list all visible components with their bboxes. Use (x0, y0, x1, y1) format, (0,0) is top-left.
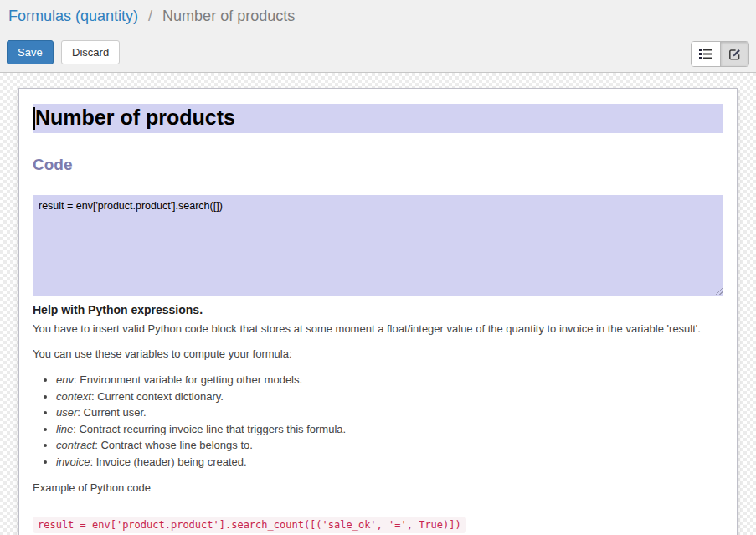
save-button[interactable]: Save (7, 40, 54, 64)
variable-name: contract (56, 439, 95, 451)
breadcrumb: Formulas (quantity) / Number of products (0, 0, 756, 25)
list-item: contract: Contract whose line belongs to… (56, 437, 723, 454)
code-textarea[interactable]: result = env['product.product'].search([… (33, 195, 723, 296)
variable-name: user (56, 406, 77, 419)
list-item: user: Current user. (56, 404, 723, 421)
list-item: context: Current context dictionary. (56, 388, 723, 405)
variable-name: env (56, 373, 74, 386)
list-item: line: Contract recurring invoice line th… (56, 421, 723, 438)
odoo-form-view: Formulas (quantity) / Number of products… (0, 0, 756, 535)
breadcrumb-separator: / (148, 8, 152, 24)
variable-description: : Invoice (header) being created. (90, 455, 246, 468)
list-item: env: Environment variable for getting ot… (56, 372, 723, 388)
variable-name: line (56, 423, 73, 435)
variable-description: : Contract whose line belongs to. (95, 439, 253, 451)
python-help-block: Help with Python expressions. You have t… (33, 303, 723, 533)
variable-name: context (56, 390, 91, 403)
example-label: Example of Python code (33, 481, 723, 495)
breadcrumb-parent-link[interactable]: Formulas (quantity) (8, 8, 138, 24)
list-icon (699, 48, 712, 60)
variable-description: : Contract recurring invoice line that t… (73, 423, 346, 435)
form-edit-view-button[interactable] (720, 42, 748, 66)
breadcrumb-current: Number of products (162, 8, 295, 24)
help-intro-text: You have to insert valid Python code blo… (33, 322, 723, 336)
list-item: invoice: Invoice (header) being created. (56, 454, 723, 471)
view-switcher (691, 41, 749, 67)
variable-description: : Current context dictionary. (91, 390, 224, 403)
control-panel: Formulas (quantity) / Number of products… (0, 0, 756, 73)
variable-description: : Current user. (77, 406, 146, 419)
code-field: result = env['product.product'].search([… (33, 195, 723, 296)
code-section-heading: Code (33, 156, 723, 174)
record-action-buttons: Save Discard (7, 40, 120, 64)
variables-list: env: Environment variable for getting ot… (33, 372, 723, 470)
record-title-field (33, 104, 723, 133)
name-input[interactable] (33, 104, 723, 133)
list-view-button[interactable] (692, 42, 720, 66)
example-code: result = env['product.product'].search_c… (33, 517, 466, 533)
discard-button[interactable]: Discard (61, 40, 120, 64)
edit-pencil-icon (728, 48, 742, 61)
variable-description: : Environment variable for getting other… (74, 373, 302, 386)
form-view-background: Code result = env['product.product'].sea… (0, 73, 756, 535)
form-sheet: Code result = env['product.product'].sea… (18, 88, 738, 535)
variable-name: invoice (56, 455, 90, 468)
help-variables-intro: You can use these variables to compute y… (33, 347, 723, 361)
text-cursor (33, 107, 35, 130)
help-heading: Help with Python expressions. (33, 303, 723, 316)
toolbar: Save Discard (7, 40, 749, 67)
